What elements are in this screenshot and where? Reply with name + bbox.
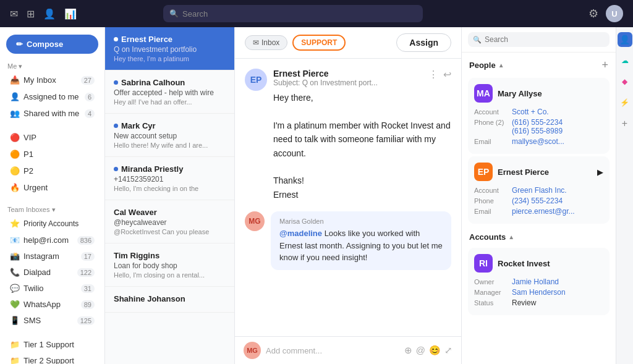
message-greeting: Hey there, bbox=[273, 91, 451, 104]
sidebar-item-dialpad[interactable]: 📞Dialpad122 bbox=[2, 265, 102, 280]
reply-icon[interactable]: ↩ bbox=[443, 69, 451, 80]
conversation-item[interactable]: Tim Riggins Loan for body shop Hello, I'… bbox=[105, 243, 234, 287]
conversation-item[interactable]: Shahine Johanson bbox=[105, 287, 234, 313]
urgent-icon: 🔥 bbox=[10, 183, 20, 192]
conversation-item[interactable]: Mark Cyr New account setup Hello there! … bbox=[105, 114, 234, 157]
support-tab[interactable]: SUPPORT bbox=[292, 35, 346, 51]
conversation-item[interactable]: Cal Weaver @heycalweaver @RocketInvest C… bbox=[105, 200, 234, 243]
contact-header-mary: MA Mary Allyse bbox=[474, 84, 603, 103]
add-icon[interactable]: ⊕ bbox=[404, 345, 412, 356]
contact-card-ernest: EP Ernest Pierce ▶ Account Green Flash I… bbox=[468, 156, 610, 224]
p2-icon: 🟡 bbox=[10, 166, 20, 176]
avatar[interactable]: U bbox=[606, 5, 623, 22]
accounts-section-header: Accounts ▲ bbox=[462, 226, 616, 245]
mary-phone-row: Phone (2) (616) 555-2234 (616) 555-8989 bbox=[474, 118, 603, 135]
comment-avatar: MG bbox=[244, 342, 261, 359]
compose-button[interactable]: ✏ Compose bbox=[6, 35, 98, 54]
unread-dot bbox=[114, 37, 118, 41]
icon-bar-app1[interactable]: ◆ bbox=[618, 74, 632, 89]
ernest-account-row: Account Green Flash Inc. bbox=[474, 186, 603, 195]
mary-email-row: Email mallyse@scot... bbox=[474, 137, 603, 146]
sidebar-item-helpricom[interactable]: 📧help@ri.com836 bbox=[2, 232, 102, 248]
right-search-bar: 🔍 bbox=[468, 32, 610, 47]
arrow-right-icon: ▶ bbox=[597, 167, 603, 177]
sidebar-item-priority[interactable]: ⭐ Priority Accounts bbox=[2, 216, 102, 231]
sidebar-item-instagram[interactable]: 📸Instagram17 bbox=[2, 248, 102, 264]
contact-header-rocket: RI Rocket Invest bbox=[474, 254, 603, 273]
account-name-rocket: Rocket Invest bbox=[498, 259, 550, 268]
message-header: ✉ Inbox SUPPORT Assign bbox=[235, 27, 461, 59]
chart-icon[interactable]: 📊 bbox=[64, 8, 77, 20]
inbox-item-icon: 📸 bbox=[10, 252, 20, 261]
right-panel: 🔍 People ▲ + MA Mary Allyse Account Scot… bbox=[461, 27, 616, 364]
right-search-icon: 🔍 bbox=[473, 36, 482, 44]
grid-icon[interactable]: ⊞ bbox=[27, 8, 35, 20]
message-actions: ⋮ ↩ bbox=[428, 69, 451, 80]
sidebar-item-myinbox[interactable]: 📥 My Inbox 27 bbox=[2, 72, 102, 88]
comment-input[interactable] bbox=[266, 346, 399, 355]
icon-bar-app2[interactable]: ⚡ bbox=[618, 95, 632, 110]
conv-subject: Q on Investment portfolio bbox=[114, 45, 226, 54]
team-inboxes-label[interactable]: Team Inboxes ▾ bbox=[0, 203, 104, 215]
sidebar-item-p1[interactable]: 🟠 P1 bbox=[2, 146, 102, 162]
conv-name: Mark Cyr bbox=[114, 121, 226, 130]
accounts-chevron-icon[interactable]: ▲ bbox=[508, 234, 514, 240]
message-conversation: EP Ernest Pierce Subject: Q on Investmen… bbox=[235, 59, 461, 336]
conv-name: Shahine Johanson bbox=[114, 294, 226, 303]
emoji-icon[interactable]: 😊 bbox=[429, 345, 441, 356]
comment-icons: ⊕ @ 😊 ⤢ bbox=[404, 345, 452, 356]
reply-sender: Marisa Golden bbox=[279, 218, 443, 225]
inbox-list: 📧help@ri.com836📸Instagram17📞Dialpad122💬T… bbox=[0, 232, 104, 329]
icon-bar-contacts[interactable]: 👤 bbox=[618, 32, 632, 47]
user-icon[interactable]: 👤 bbox=[43, 8, 56, 20]
inbox-item-icon: 📞 bbox=[10, 268, 20, 277]
expand-icon[interactable]: ⤢ bbox=[444, 345, 452, 356]
sidebar-item-p2[interactable]: 🟡 P2 bbox=[2, 163, 102, 179]
sender-name: Ernest Pierce bbox=[273, 69, 422, 78]
me-section-label[interactable]: Me ▾ bbox=[0, 60, 104, 72]
sidebar-item-shared[interactable]: 👥 Shared with me 4 bbox=[2, 106, 102, 121]
top-nav-right: ⚙ U bbox=[588, 5, 623, 22]
conv-subject: @heycalweaver bbox=[114, 218, 226, 227]
vip-icon: 🔴 bbox=[10, 133, 20, 142]
sidebar-item-sms[interactable]: 📱SMS125 bbox=[2, 313, 102, 328]
compose-icon: ✏ bbox=[16, 40, 23, 49]
contact-header-ernest: EP Ernest Pierce ▶ bbox=[474, 163, 603, 181]
assign-button[interactable]: Assign bbox=[396, 33, 451, 52]
sidebar-item-urgent[interactable]: 🔥 Urgent bbox=[2, 180, 102, 195]
rocket-owner-row: Owner Jamie Holland bbox=[474, 277, 603, 286]
mail-icon[interactable]: ✉ bbox=[10, 8, 18, 20]
right-search-input[interactable] bbox=[485, 35, 605, 44]
conv-name: Miranda Priestly bbox=[114, 164, 226, 174]
conversation-item[interactable]: Miranda Priestly +14152359201 Hello, I'm… bbox=[105, 157, 234, 200]
add-person-icon[interactable]: + bbox=[601, 59, 608, 72]
sender-info: Ernest Pierce Subject: Q on Investment p… bbox=[273, 69, 422, 87]
more-icon[interactable]: ⋮ bbox=[428, 69, 438, 80]
rocket-manager-row: Manager Sam Henderson bbox=[474, 288, 603, 297]
assigned-icon: 👤 bbox=[10, 92, 20, 101]
at-icon[interactable]: @ bbox=[416, 345, 425, 356]
icon-bar-crm[interactable]: ☁ bbox=[618, 53, 632, 68]
sidebar-item-assigned[interactable]: 👤 Assigned to me 6 bbox=[2, 89, 102, 104]
message-content: I'm a platinum member with Rocket Invest… bbox=[273, 119, 451, 160]
people-chevron-icon[interactable]: ▲ bbox=[498, 62, 504, 69]
sidebar-item-twilio[interactable]: 💬Twilio31 bbox=[2, 281, 102, 296]
conversation-item[interactable]: Sabrina Calhoun Offer accepted - help wi… bbox=[105, 70, 234, 114]
sidebar-item-vip[interactable]: 🔴 VIP bbox=[2, 130, 102, 145]
settings-icon[interactable]: ⚙ bbox=[588, 7, 598, 20]
icon-bar-add[interactable]: + bbox=[618, 116, 632, 131]
conv-preview: @RocketInvest Can you please bbox=[114, 228, 226, 235]
sidebar-item-whatsapp[interactable]: 💚WhatsApp89 bbox=[2, 297, 102, 312]
message-body: Hey there, I'm a platinum member with Ro… bbox=[245, 91, 451, 201]
conversation-item[interactable]: Ernest Pierce Q on Investment portfolio … bbox=[105, 27, 234, 70]
sidebar-item-tier-1-support[interactable]: 📁Tier 1 Support bbox=[2, 337, 102, 352]
contact-card-mary: MA Mary Allyse Account Scott + Co. Phone… bbox=[468, 78, 610, 154]
accounts-section-title: Accounts ▲ bbox=[469, 232, 514, 242]
inbox-tab[interactable]: ✉ Inbox bbox=[245, 35, 287, 50]
sidebar-item-tier-2-support[interactable]: 📁Tier 2 Support bbox=[2, 353, 102, 364]
contact-name-mary: Mary Allyse bbox=[498, 89, 542, 98]
people-section-header: People ▲ + bbox=[462, 53, 616, 75]
global-search-input[interactable] bbox=[182, 9, 417, 19]
inbox-tab-icon: ✉ bbox=[253, 38, 259, 47]
icon-bar: 👤 ☁ ◆ ⚡ + bbox=[616, 27, 633, 364]
